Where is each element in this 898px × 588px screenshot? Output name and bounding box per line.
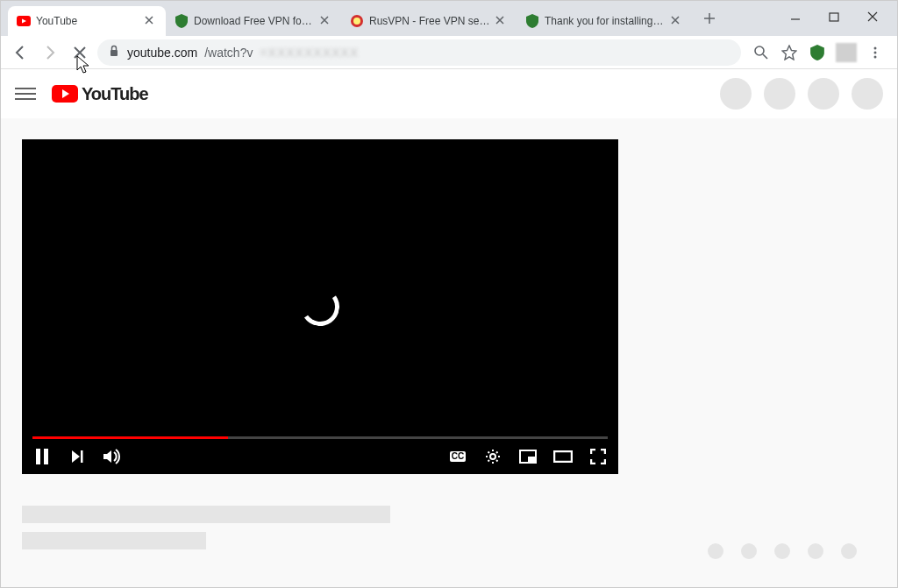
maximize-button[interactable] — [822, 8, 846, 25]
back-button[interactable] — [8, 40, 32, 65]
new-tab-button[interactable] — [697, 6, 722, 31]
browser-toolbar: youtube.com/watch?v =XXXXXXXXXX — [1, 36, 897, 69]
player-controls: CC — [22, 439, 618, 474]
rusvpn-icon — [350, 14, 364, 28]
tab-title: Thank you for installing ou — [545, 15, 666, 27]
fullscreen-button[interactable] — [588, 447, 608, 466]
youtube-logo-text: YouTube — [82, 84, 148, 104]
url-obscured: =XXXXXXXXXX — [260, 46, 359, 60]
address-bar[interactable]: youtube.com/watch?v =XXXXXXXXXX — [97, 39, 741, 66]
url-host: youtube.com — [127, 46, 197, 60]
skeleton-dot — [774, 543, 790, 559]
close-icon[interactable] — [320, 15, 332, 27]
zoom-icon[interactable] — [752, 43, 771, 62]
skeleton-line — [22, 506, 390, 523]
forward-button[interactable] — [38, 40, 62, 65]
tab-thank-you[interactable]: Thank you for installing ou — [517, 6, 692, 36]
tab-title: Download Free VPN for Go — [194, 15, 315, 27]
tab-rusvpn[interactable]: RusVPN - Free VPN servic — [341, 6, 517, 36]
next-button[interactable] — [68, 447, 87, 466]
close-window-button[interactable] — [860, 8, 885, 25]
skeleton-dot — [841, 543, 857, 559]
title-skeleton — [22, 506, 618, 549]
svg-rect-4 — [110, 50, 118, 56]
tab-download-vpn[interactable]: Download Free VPN for Go — [166, 6, 341, 36]
close-icon[interactable] — [671, 15, 683, 27]
pause-button[interactable] — [32, 447, 52, 466]
loading-spinner-icon — [298, 285, 343, 329]
svg-point-2 — [353, 18, 360, 25]
page-content: YouTube — [1, 69, 897, 588]
svg-rect-9 — [36, 449, 40, 464]
toolbar-right — [746, 43, 890, 62]
svg-rect-10 — [44, 449, 48, 464]
skeleton-circle — [764, 78, 795, 110]
browser-tabstrip: YouTube Download Free VPN for Go RusVPN … — [1, 1, 897, 36]
svg-rect-3 — [830, 13, 838, 21]
svg-rect-14 — [528, 457, 535, 462]
youtube-play-icon — [52, 85, 78, 103]
skeleton-dot — [808, 543, 823, 559]
svg-rect-15 — [554, 451, 572, 462]
skeleton-dot — [741, 543, 757, 559]
action-skeleton — [708, 543, 857, 559]
shield-icon — [175, 14, 189, 28]
skeleton-circle — [808, 78, 839, 110]
close-icon[interactable] — [495, 15, 508, 27]
cc-label: CC — [450, 451, 466, 462]
close-icon[interactable] — [145, 15, 157, 27]
miniplayer-button[interactable] — [518, 447, 538, 466]
header-skeleton — [720, 78, 883, 110]
video-player[interactable]: CC — [22, 139, 618, 474]
bookmark-star-icon[interactable] — [780, 43, 799, 62]
youtube-icon — [17, 14, 31, 28]
video-column: CC — [22, 139, 618, 558]
youtube-logo[interactable]: YouTube — [52, 84, 148, 104]
settings-gear-icon[interactable] — [483, 447, 502, 466]
svg-rect-11 — [81, 450, 83, 463]
minimize-button[interactable] — [783, 8, 808, 25]
svg-point-8 — [874, 55, 877, 58]
theater-mode-button[interactable] — [553, 447, 573, 466]
kebab-menu-icon[interactable] — [866, 43, 885, 62]
youtube-header: YouTube — [1, 69, 897, 118]
skeleton-circle — [720, 78, 752, 110]
hamburger-menu-icon[interactable] — [15, 83, 36, 104]
shield-icon — [525, 14, 539, 28]
svg-point-12 — [490, 454, 495, 459]
tab-title: RusVPN - Free VPN servic — [369, 15, 490, 27]
tab-youtube[interactable]: YouTube — [8, 6, 166, 36]
volume-button[interactable] — [103, 447, 122, 466]
svg-point-7 — [874, 51, 877, 53]
content-area: CC — [1, 118, 897, 579]
skeleton-line — [22, 532, 206, 549]
tab-title: YouTube — [36, 15, 139, 27]
captions-button[interactable]: CC — [448, 447, 467, 466]
skeleton-circle — [852, 78, 883, 110]
profile-avatar[interactable] — [836, 43, 857, 62]
svg-point-6 — [874, 46, 877, 49]
svg-point-5 — [755, 46, 764, 55]
url-path: /watch?v — [204, 46, 253, 60]
extension-shield-icon[interactable] — [808, 43, 827, 62]
skeleton-dot — [708, 543, 723, 559]
lock-icon — [108, 45, 120, 60]
stop-reload-button[interactable] — [68, 40, 92, 65]
window-controls — [773, 3, 895, 31]
